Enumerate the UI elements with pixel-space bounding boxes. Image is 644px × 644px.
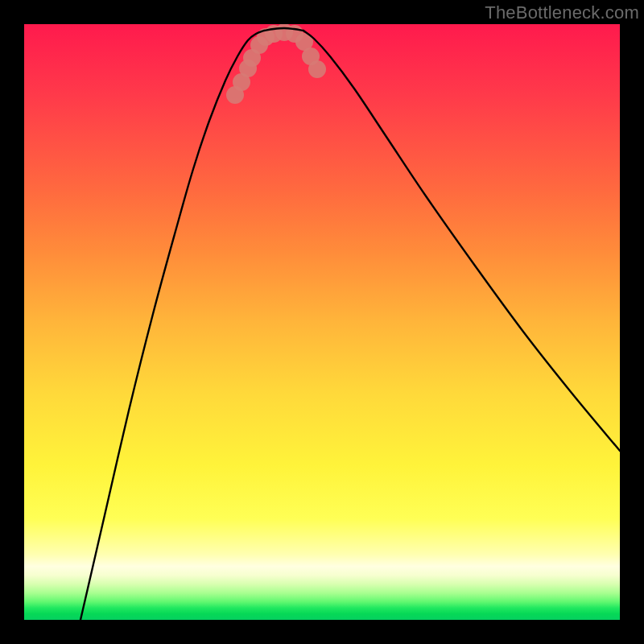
watermark-text: TheBottleneck.com [485,2,639,23]
plot-area [24,24,620,620]
right-curve [303,31,620,451]
left-curve [80,31,264,620]
dim-marker [308,60,326,78]
chart-frame: TheBottleneck.com [0,0,644,644]
curve-layer [24,24,620,620]
